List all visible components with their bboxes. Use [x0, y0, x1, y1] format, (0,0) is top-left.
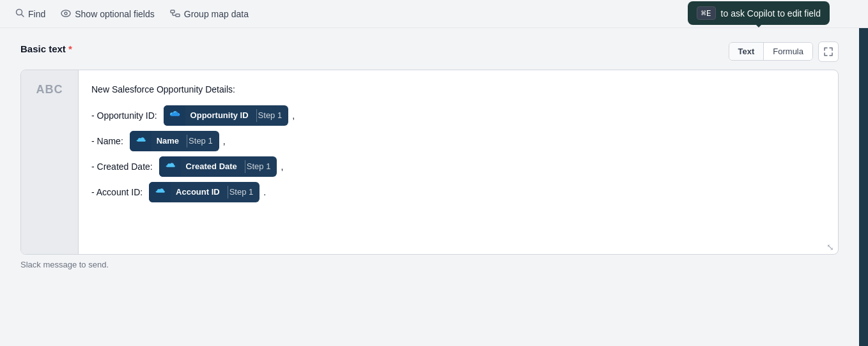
editor-sidebar: ABC — [21, 70, 79, 254]
svg-rect-4 — [171, 10, 174, 13]
line2-prefix: - Name: — [91, 133, 126, 149]
sf-icon-1 — [164, 105, 185, 126]
sf-icon-4 — [149, 182, 171, 202]
copilot-tooltip: ⌘E to ask Copilot to edit field — [688, 1, 830, 25]
token-divider-1 — [256, 109, 257, 122]
line4-prefix: - Account ID: — [91, 184, 145, 200]
created-date-token[interactable]: Created Date Step 1 — [159, 156, 277, 177]
line1-suffix: , — [292, 108, 295, 124]
field-hint: Slack message to send. — [20, 260, 839, 269]
sf-icon-3 — [159, 156, 181, 177]
text-formula-toggle: Text Formula — [729, 42, 813, 61]
abc-label: ABC — [36, 83, 63, 96]
scrollbar[interactable] — [859, 0, 868, 346]
eye-icon — [61, 9, 71, 19]
svg-point-3 — [65, 12, 67, 15]
token-divider-4 — [228, 186, 228, 199]
line2-suffix: , — [223, 133, 226, 149]
group-map-label: Group map data — [184, 9, 249, 19]
editor-intro-line: New Salesforce Opportunity Details: — [91, 82, 825, 98]
editor-line-3: - Created Date: Created Date Step 1 , — [91, 156, 825, 177]
created-date-name: Created Date — [181, 159, 244, 174]
sf-icon-2 — [130, 131, 151, 151]
field-label-text: Basic text — [20, 43, 66, 54]
copilot-kbd: ⌘E — [697, 6, 716, 20]
editor-box[interactable]: ABC New Salesforce Opportunity Details: … — [20, 70, 839, 255]
editor-content[interactable]: New Salesforce Opportunity Details: - Op… — [79, 70, 838, 254]
account-id-step: Step 1 — [229, 184, 260, 199]
main-content: Basic text * Text Formula ABC New Salesf… — [0, 28, 868, 285]
find-icon — [15, 8, 24, 19]
line3-prefix: - Created Date: — [91, 159, 155, 175]
token-divider-2 — [187, 135, 187, 147]
svg-line-1 — [22, 15, 24, 17]
formula-toggle-button[interactable]: Formula — [764, 43, 812, 60]
name-token-step: Step 1 — [189, 133, 219, 148]
show-optional-label: Show optional fields — [75, 9, 155, 19]
expand-button[interactable] — [818, 41, 839, 62]
editor-line-4: - Account ID: Account ID Step 1 . — [91, 182, 825, 202]
field-header: Basic text * Text Formula — [20, 43, 839, 62]
account-id-name: Account ID — [171, 184, 226, 199]
field-label: Basic text * — [20, 43, 72, 54]
text-toggle-button[interactable]: Text — [729, 43, 764, 60]
created-date-step: Step 1 — [247, 159, 277, 174]
token-divider-3 — [245, 160, 245, 173]
svg-point-2 — [61, 10, 70, 17]
hint-text: Slack message to send. — [20, 260, 109, 269]
line3-suffix: , — [281, 159, 283, 175]
name-token[interactable]: Name Step 1 — [130, 131, 219, 151]
show-optional-button[interactable]: Show optional fields — [61, 9, 155, 19]
line4-suffix: . — [263, 184, 266, 200]
copilot-message: to ask Copilot to edit field — [721, 8, 821, 19]
resize-handle[interactable]: ⤡ — [826, 243, 834, 252]
find-button[interactable]: Find — [15, 8, 45, 19]
editor-line-1: - Opportunity ID: Opportunity ID Step 1 … — [91, 105, 825, 126]
intro-text: New Salesforce Opportunity Details: — [91, 82, 235, 98]
editor-line-2: - Name: Name Step 1 , — [91, 131, 825, 151]
opportunity-id-token[interactable]: Opportunity ID Step 1 — [164, 105, 289, 126]
opportunity-id-name: Opportunity ID — [185, 108, 255, 123]
account-id-token[interactable]: Account ID Step 1 — [149, 182, 260, 202]
name-token-name: Name — [151, 133, 185, 148]
required-indicator: * — [68, 43, 72, 54]
find-label: Find — [28, 9, 45, 19]
group-map-button[interactable]: Group map data — [170, 9, 249, 19]
svg-rect-5 — [176, 14, 180, 17]
field-controls: Text Formula — [729, 41, 839, 62]
toolbar: Find Show optional fields Group map data… — [0, 0, 868, 28]
group-map-icon — [170, 9, 180, 19]
line1-prefix: - Opportunity ID: — [91, 108, 160, 124]
opportunity-id-step: Step 1 — [258, 108, 289, 123]
